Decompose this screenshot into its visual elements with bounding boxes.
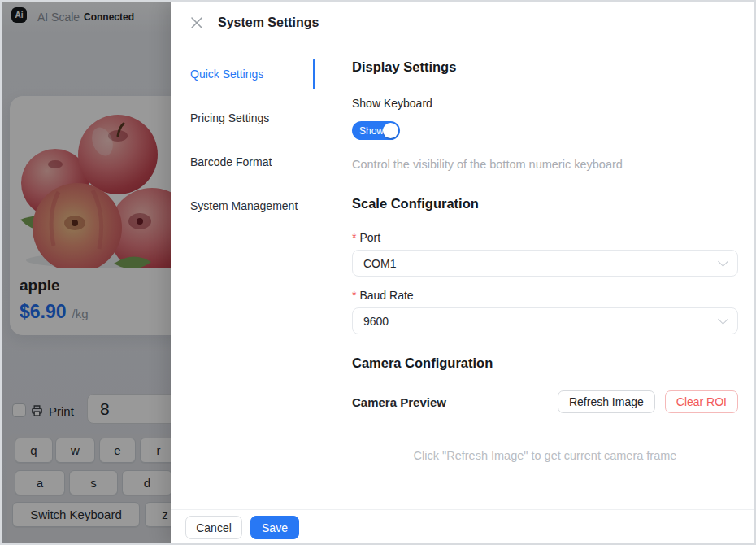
port-field: *Port COM1 (352, 231, 738, 277)
cancel-button[interactable]: Cancel (185, 516, 242, 539)
settings-nav: Quick Settings Pricing Settings Barcode … (171, 46, 315, 509)
system-settings-drawer: System Settings Quick Settings Pricing S… (171, 0, 756, 545)
drawer-header: System Settings (171, 0, 756, 46)
save-button[interactable]: Save (250, 516, 299, 539)
camera-buttons: Refresh Image Clear ROI (558, 390, 738, 413)
drawer-footer: Cancel Save (171, 509, 756, 545)
toggle-knob (383, 123, 398, 138)
clear-roi-button[interactable]: Clear ROI (665, 390, 738, 413)
nav-item-system-management[interactable]: System Management (171, 190, 315, 222)
settings-content: Display Settings Show Keyboard Show Cont… (315, 46, 756, 509)
camera-configuration-heading: Camera Configuration (352, 355, 738, 371)
baud-rate-field: *Baud Rate 9600 (352, 289, 738, 334)
chevron-down-icon (718, 256, 728, 267)
show-keyboard-toggle[interactable]: Show (352, 121, 400, 140)
refresh-image-button[interactable]: Refresh Image (558, 390, 655, 413)
port-label-text: Port (359, 231, 380, 244)
show-keyboard-hint: Control the visibility of the bottom num… (352, 158, 738, 171)
toggle-on-label: Show (359, 125, 384, 137)
nav-item-barcode-format[interactable]: Barcode Format (171, 146, 315, 178)
chevron-down-icon (718, 314, 728, 325)
baud-rate-label-text: Baud Rate (359, 289, 413, 302)
scale-configuration-heading: Scale Configuration (352, 196, 738, 211)
baud-rate-select[interactable]: 9600 (352, 307, 738, 334)
port-select[interactable]: COM1 (352, 250, 738, 277)
port-select-value: COM1 (363, 257, 396, 270)
display-settings-heading: Display Settings (352, 59, 738, 75)
drawer-body: Quick Settings Pricing Settings Barcode … (171, 46, 756, 509)
baud-rate-select-value: 9600 (363, 315, 389, 328)
required-marker: * (352, 231, 356, 244)
camera-preview-row: Camera Preview Refresh Image Clear ROI (352, 390, 738, 413)
show-keyboard-label: Show Keyboard (352, 97, 738, 110)
camera-preview-hint: Click "Refresh Image" to get current cam… (352, 449, 738, 462)
nav-item-quick-settings[interactable]: Quick Settings (171, 58, 315, 90)
close-icon[interactable] (190, 16, 203, 29)
drawer-title: System Settings (218, 15, 319, 30)
nav-item-pricing-settings[interactable]: Pricing Settings (171, 102, 315, 134)
baud-rate-label: *Baud Rate (352, 289, 738, 302)
camera-preview-label: Camera Preview (352, 395, 446, 409)
port-label: *Port (352, 231, 738, 244)
required-marker: * (352, 289, 356, 302)
